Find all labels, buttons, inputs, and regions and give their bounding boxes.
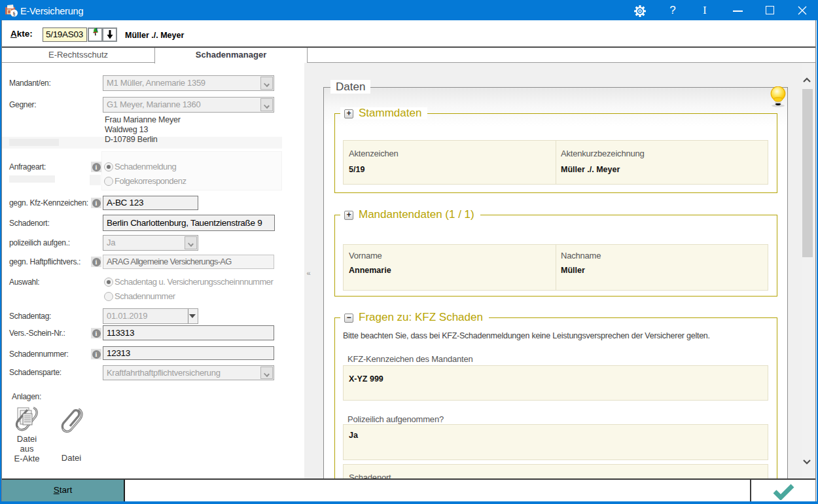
svg-text:§: § [12, 10, 16, 17]
